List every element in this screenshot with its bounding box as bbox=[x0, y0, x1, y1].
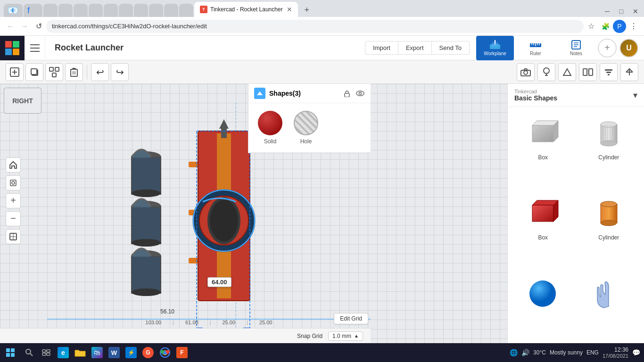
main-content: RIGHT + − bbox=[0, 84, 644, 343]
dropdown-chevron-icon: ▾ bbox=[633, 90, 637, 100]
shape-item-hand[interactable] bbox=[578, 272, 640, 338]
tab-misc6[interactable] bbox=[134, 4, 148, 17]
cylinder-orange-label: Cylinder bbox=[598, 234, 619, 241]
add-user-button[interactable]: + bbox=[598, 39, 617, 58]
taskbar-flow-icon[interactable]: ⚡ bbox=[123, 343, 140, 362]
fit-view-button[interactable] bbox=[6, 175, 21, 190]
collapse-icon bbox=[257, 91, 263, 95]
bookmark-button[interactable]: ☆ bbox=[585, 20, 598, 33]
solid-option[interactable]: Solid bbox=[258, 111, 282, 145]
hole-option[interactable]: Hole bbox=[294, 111, 318, 145]
tab-gmail[interactable]: 📧 bbox=[4, 4, 23, 17]
shapes-dropdown-bar[interactable]: Tinkercad Basic Shapes ▾ bbox=[508, 84, 644, 107]
zoom-out-button[interactable]: − bbox=[6, 211, 21, 226]
shapes-collapse-button[interactable] bbox=[254, 88, 265, 99]
tab-misc3[interactable] bbox=[89, 4, 103, 17]
ruler-mark-sep-2: | bbox=[210, 320, 211, 325]
new-tab-button[interactable]: + bbox=[300, 3, 314, 17]
shape-type-row: Solid Hole bbox=[248, 103, 371, 153]
shape-item-sphere-blue[interactable] bbox=[512, 272, 574, 338]
address-bar[interactable]: tinkercad.com/things/cCE3HiNw2dO-rocket-… bbox=[46, 20, 584, 33]
home-button[interactable] bbox=[6, 157, 21, 173]
tab-misc9[interactable] bbox=[179, 4, 193, 17]
canvas[interactable]: RIGHT + − bbox=[0, 84, 507, 343]
menu-button[interactable] bbox=[25, 36, 45, 60]
tab-misc2[interactable] bbox=[74, 4, 88, 17]
workplane-tab-btn[interactable]: Workplane bbox=[476, 36, 514, 60]
flip-button[interactable] bbox=[620, 63, 638, 81]
taskbar-chrome-icon[interactable] bbox=[157, 343, 173, 362]
align-button[interactable] bbox=[600, 63, 618, 81]
extensions-button[interactable]: 🧩 bbox=[599, 20, 612, 33]
reload-button[interactable]: ↺ bbox=[32, 20, 45, 33]
svg-point-32 bbox=[524, 71, 528, 74]
settings-button[interactable]: ⋮ bbox=[627, 20, 640, 33]
edit-grid-button[interactable]: Edit Grid bbox=[334, 313, 368, 324]
copy-icon bbox=[30, 67, 39, 77]
zoom-in-button[interactable]: + bbox=[6, 193, 21, 208]
visibility-icon[interactable] bbox=[355, 89, 365, 98]
volume-icon[interactable]: 🔊 bbox=[521, 349, 529, 356]
undo-button[interactable]: ↩ bbox=[91, 63, 109, 81]
shape-item-cylinder-orange[interactable]: Cylinder bbox=[578, 192, 640, 267]
import-button[interactable]: Import bbox=[365, 41, 398, 55]
start-button[interactable] bbox=[0, 343, 21, 362]
tinkercad-logo[interactable] bbox=[0, 36, 25, 60]
tab-misc7[interactable] bbox=[149, 4, 163, 17]
lock-icon[interactable] bbox=[342, 89, 352, 98]
group-button[interactable] bbox=[45, 63, 63, 81]
task-view-button[interactable] bbox=[38, 343, 55, 362]
taskbar-git-icon[interactable]: G bbox=[140, 343, 157, 362]
taskbar-store-icon[interactable]: 🛍 bbox=[89, 343, 106, 362]
shape-item-box-gray[interactable]: Box bbox=[512, 112, 574, 187]
close-window-button[interactable]: ✕ bbox=[629, 6, 642, 17]
taskbar-folder-icon[interactable] bbox=[72, 343, 89, 362]
forward-button[interactable]: → bbox=[18, 20, 31, 33]
tab-facebook[interactable]: f bbox=[24, 4, 42, 17]
svg-rect-112 bbox=[11, 353, 15, 357]
taskbar-word-icon[interactable]: W bbox=[106, 343, 123, 362]
profile-button[interactable]: P bbox=[613, 20, 626, 33]
snap-grid-control[interactable]: 1.0 mm ▲ bbox=[328, 331, 363, 341]
ruler-mark-3: 25.00 bbox=[222, 320, 235, 325]
maximize-button[interactable]: □ bbox=[615, 6, 628, 17]
tab-misc8[interactable] bbox=[164, 4, 178, 17]
send-to-button[interactable]: Send To bbox=[432, 41, 470, 55]
shapes-panel-header: Shapes(3) bbox=[248, 84, 371, 103]
ruler-tab-btn[interactable]: Ruler bbox=[517, 36, 554, 60]
eye-svg bbox=[356, 90, 364, 96]
tab-misc4[interactable] bbox=[104, 4, 118, 17]
tab-100k[interactable] bbox=[43, 4, 58, 17]
logo-cell-blue bbox=[5, 49, 12, 55]
view-cube[interactable]: RIGHT bbox=[4, 88, 41, 114]
minimize-button[interactable]: ─ bbox=[601, 6, 614, 17]
tab-misc5[interactable] bbox=[119, 4, 133, 17]
shape-item-box-red[interactable]: Box bbox=[512, 192, 574, 267]
new-shape-button[interactable] bbox=[6, 63, 24, 81]
camera-view-button[interactable] bbox=[517, 63, 535, 81]
tinkercad-branding: Tinkercad Basic Shapes bbox=[514, 89, 557, 102]
tab-misc1[interactable] bbox=[58, 4, 73, 17]
language-indicator[interactable]: ENG bbox=[586, 349, 599, 356]
close-icon[interactable]: ✕ bbox=[287, 6, 292, 13]
svg-point-108 bbox=[529, 280, 556, 307]
shape-view-button[interactable] bbox=[558, 63, 576, 81]
taskbar-foxit-icon[interactable]: F bbox=[173, 343, 190, 362]
notes-tab-btn[interactable]: Notes bbox=[557, 36, 595, 60]
copy-button[interactable] bbox=[25, 63, 43, 81]
back-button[interactable]: ← bbox=[4, 20, 17, 33]
redo-button[interactable]: ↪ bbox=[111, 63, 129, 81]
shape-item-cylinder-gray[interactable]: Cylinder bbox=[578, 112, 640, 187]
view-mode-button[interactable] bbox=[6, 229, 21, 244]
bulb-button[interactable] bbox=[537, 63, 555, 81]
user-avatar[interactable]: U bbox=[619, 39, 638, 58]
delete-button[interactable] bbox=[65, 63, 83, 81]
taskbar-edge-icon[interactable]: e bbox=[55, 343, 72, 362]
svg-point-72 bbox=[210, 200, 238, 241]
network-icon[interactable]: 🌐 bbox=[510, 349, 518, 356]
search-button[interactable] bbox=[21, 343, 38, 362]
mirror-button[interactable] bbox=[579, 63, 597, 81]
export-button[interactable]: Export bbox=[398, 41, 432, 55]
tab-tinkercad[interactable]: T Tinkercad - Rocket Launcher ✕ bbox=[194, 2, 298, 17]
notification-icon[interactable]: 💬 bbox=[632, 349, 640, 356]
